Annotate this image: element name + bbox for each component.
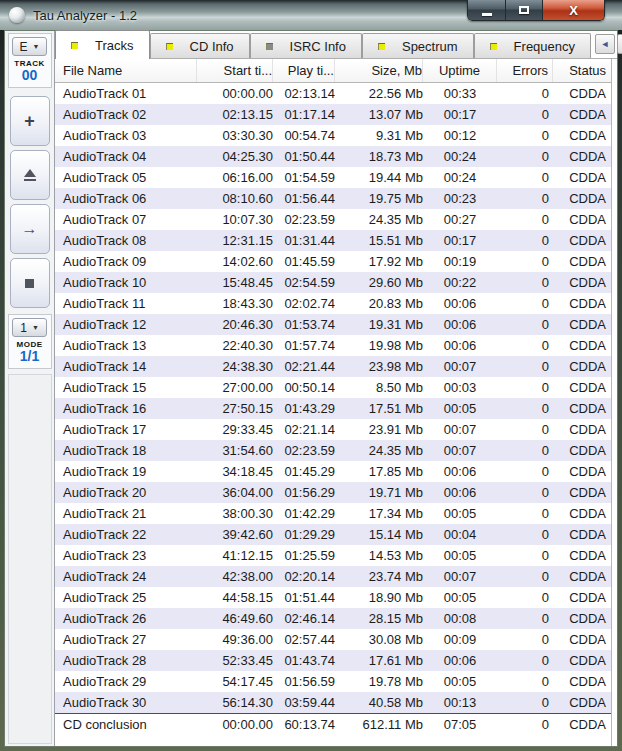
- summary-row[interactable]: CD conclusion 00:00.00 60:13.74 612.11 M…: [55, 713, 611, 736]
- title-bar[interactable]: Tau Analyzer - 1.2 X: [0, 0, 622, 30]
- mode-number: 1: [20, 321, 27, 335]
- cell-start: 24:38.30: [197, 356, 273, 377]
- table-row[interactable]: AudioTrack 2341:12.1501:25.5914.53 Mb00:…: [55, 545, 611, 566]
- table-row[interactable]: AudioTrack 2138:00.3001:42.2917.34 Mb00:…: [55, 503, 611, 524]
- table-row[interactable]: AudioTrack 0202:13.1501:17.1413.07 Mb00:…: [55, 104, 611, 125]
- table-row[interactable]: AudioTrack 0303:30.3000:54.749.31 Mb00:1…: [55, 125, 611, 146]
- cell-size: 24.35 Mb: [335, 440, 423, 461]
- table-row[interactable]: AudioTrack 0812:31.1501:31.4415.51 Mb00:…: [55, 230, 611, 251]
- mode-select-dropdown[interactable]: 1 ▼: [12, 318, 47, 337]
- cell-play: 02:57.44: [273, 629, 335, 650]
- table-row[interactable]: AudioTrack 0100:00.0002:13.1422.56 Mb00:…: [55, 83, 611, 104]
- cell-uptime: 00:17: [423, 104, 497, 125]
- cell-status: CDDA: [553, 167, 611, 188]
- column-header-size[interactable]: Size, Mb: [335, 59, 423, 82]
- cell-size: 17.85 Mb: [335, 461, 423, 482]
- table-row[interactable]: AudioTrack 2749:36.0002:57.4430.08 Mb00:…: [55, 629, 611, 650]
- tab-tracks[interactable]: Tracks: [55, 30, 150, 59]
- table-row[interactable]: AudioTrack 0914:02.6001:45.5917.92 Mb00:…: [55, 251, 611, 272]
- cell-uptime: 00:06: [423, 482, 497, 503]
- tab-scroll-right-button[interactable]: ►: [617, 34, 622, 54]
- cell-start: 27:00.00: [197, 377, 273, 398]
- summary-file: CD conclusion: [55, 714, 197, 736]
- app-window: Tau Analyzer - 1.2 X E ▼ TRACK 00 +: [0, 0, 622, 751]
- chevron-down-icon: ▼: [32, 324, 39, 331]
- table-row[interactable]: AudioTrack 2442:38.0002:20.1423.74 Mb00:…: [55, 566, 611, 587]
- table-row[interactable]: AudioTrack 1220:46.3001:53.7419.31 Mb00:…: [55, 314, 611, 335]
- cell-play: 01:53.74: [273, 314, 335, 335]
- table-row[interactable]: AudioTrack 2036:04.0001:56.2919.71 Mb00:…: [55, 482, 611, 503]
- cell-start: 10:07.30: [197, 209, 273, 230]
- table-row[interactable]: AudioTrack 2852:33.4501:43.7417.61 Mb00:…: [55, 650, 611, 671]
- column-header-play[interactable]: Play ti...: [273, 59, 335, 82]
- chevron-down-icon: ▼: [33, 43, 40, 50]
- cell-status: CDDA: [553, 188, 611, 209]
- track-group: E ▼ TRACK 00: [8, 33, 52, 88]
- cell-status: CDDA: [553, 587, 611, 608]
- cell-play: 01:45.59: [273, 251, 335, 272]
- table-row[interactable]: AudioTrack 0506:16.0001:54.5919.44 Mb00:…: [55, 167, 611, 188]
- maximize-button[interactable]: [506, 0, 543, 21]
- table-row[interactable]: AudioTrack 1729:33.4502:21.1423.91 Mb00:…: [55, 419, 611, 440]
- cell-start: 15:48.45: [197, 272, 273, 293]
- table-row[interactable]: AudioTrack 1322:40.3001:57.7419.98 Mb00:…: [55, 335, 611, 356]
- table-row[interactable]: AudioTrack 1527:00.0000:50.148.50 Mb00:0…: [55, 377, 611, 398]
- cell-start: 49:36.00: [197, 629, 273, 650]
- column-header-uptime[interactable]: Uptime: [423, 59, 497, 82]
- cell-start: 06:16.00: [197, 167, 273, 188]
- table-row[interactable]: AudioTrack 0710:07.3002:23.5924.35 Mb00:…: [55, 209, 611, 230]
- table-row[interactable]: AudioTrack 1831:54.6002:23.5924.35 Mb00:…: [55, 440, 611, 461]
- column-header-file[interactable]: File Name: [55, 59, 197, 82]
- table-row[interactable]: AudioTrack 1015:48.4502:54.5929.60 Mb00:…: [55, 272, 611, 293]
- tab-scroll-left-button[interactable]: ◄: [595, 34, 615, 54]
- column-header-status[interactable]: Status: [553, 59, 611, 82]
- start-analysis-button[interactable]: →: [10, 204, 50, 254]
- cell-file: AudioTrack 12: [55, 314, 197, 335]
- close-button[interactable]: X: [543, 0, 605, 21]
- cell-uptime: 00:06: [423, 650, 497, 671]
- cell-errors: 0: [497, 314, 553, 335]
- cell-size: 19.78 Mb: [335, 671, 423, 692]
- table-row[interactable]: AudioTrack 1424:38.3002:21.4423.98 Mb00:…: [55, 356, 611, 377]
- minimize-button[interactable]: [467, 0, 506, 21]
- cell-file: AudioTrack 03: [55, 125, 197, 146]
- drive-letter: E: [20, 40, 28, 54]
- table-row[interactable]: AudioTrack 3056:14.3003:59.4440.58 Mb00:…: [55, 692, 611, 713]
- cell-uptime: 00:07: [423, 356, 497, 377]
- tab-spectrum[interactable]: Spectrum: [362, 33, 474, 58]
- cell-uptime: 00:05: [423, 398, 497, 419]
- cell-play: 01:25.59: [273, 545, 335, 566]
- table-row[interactable]: AudioTrack 1627:50.1501:43.2917.51 Mb00:…: [55, 398, 611, 419]
- table-row[interactable]: AudioTrack 1118:43.3002:02.7420.83 Mb00:…: [55, 293, 611, 314]
- cell-size: 24.35 Mb: [335, 209, 423, 230]
- drive-select-dropdown[interactable]: E ▼: [12, 37, 47, 56]
- table-row[interactable]: AudioTrack 2646:49.6002:46.1428.15 Mb00:…: [55, 608, 611, 629]
- table-row[interactable]: AudioTrack 2239:42.6001:29.2915.14 Mb00:…: [55, 524, 611, 545]
- tab-label: Tracks: [95, 38, 134, 53]
- cell-errors: 0: [497, 146, 553, 167]
- tab-isrc-info[interactable]: ISRC Info: [250, 33, 362, 58]
- tab-cd-info[interactable]: CD Info: [150, 33, 250, 58]
- table-row[interactable]: AudioTrack 2544:58.1501:51.4418.90 Mb00:…: [55, 587, 611, 608]
- column-header-errors[interactable]: Errors: [497, 59, 553, 82]
- tab-scroll-controls: ◄ ►: [591, 34, 622, 58]
- cell-size: 20.83 Mb: [335, 293, 423, 314]
- table-row[interactable]: AudioTrack 1934:18.4501:45.2917.85 Mb00:…: [55, 461, 611, 482]
- cell-status: CDDA: [553, 104, 611, 125]
- column-header-start[interactable]: Start ti...: [197, 59, 273, 82]
- table-row[interactable]: AudioTrack 0608:10.6001:56.4419.75 Mb00:…: [55, 188, 611, 209]
- eject-button[interactable]: [10, 150, 50, 200]
- tab-frequency[interactable]: Frequency: [474, 33, 591, 58]
- add-button[interactable]: +: [10, 96, 50, 146]
- cell-uptime: 00:33: [423, 83, 497, 104]
- table-row[interactable]: AudioTrack 2954:17.4501:56.5919.78 Mb00:…: [55, 671, 611, 692]
- cell-status: CDDA: [553, 251, 611, 272]
- cell-status: CDDA: [553, 545, 611, 566]
- cell-file: AudioTrack 18: [55, 440, 197, 461]
- stop-button[interactable]: [10, 258, 50, 308]
- table-row[interactable]: AudioTrack 0404:25.3001:50.4418.73 Mb00:…: [55, 146, 611, 167]
- cell-size: 28.15 Mb: [335, 608, 423, 629]
- cell-uptime: 00:27: [423, 209, 497, 230]
- cell-errors: 0: [497, 293, 553, 314]
- cell-size: 19.75 Mb: [335, 188, 423, 209]
